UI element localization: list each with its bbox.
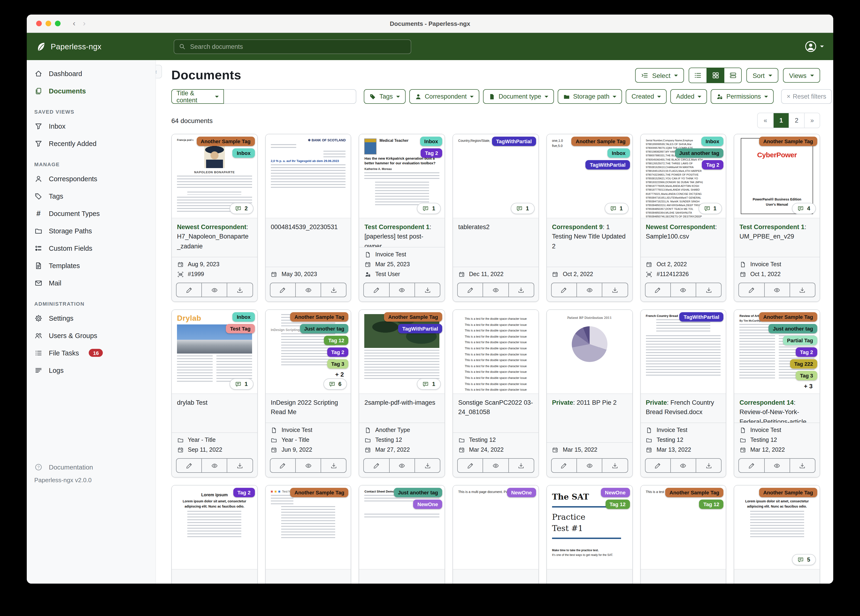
sidebar-item-logs[interactable]: Logs: [27, 361, 155, 379]
document-thumbnail[interactable]: This is a multi page document. Page 1.Ne…: [453, 486, 538, 569]
edit-button[interactable]: [364, 283, 389, 297]
document-title[interactable]: Newest Correspondent: H7_Napoleon_Bonapa…: [172, 218, 257, 257]
document-title[interactable]: Test Correspondent 1: UM_PPBE_en_v29: [734, 218, 820, 257]
edit-button[interactable]: [739, 283, 764, 297]
comment-count-badge[interactable]: 5: [792, 554, 816, 565]
view-button[interactable]: [576, 459, 602, 472]
comment-count-badge[interactable]: 1: [229, 379, 253, 390]
comment-count-badge[interactable]: 1: [698, 203, 722, 214]
document-card[interactable]: Lorem ipsumLorem ipsum dolor sit amet, c…: [171, 485, 257, 584]
document-thumbnail[interactable]: Lorem ipsumLorem ipsum dolor sit amet, c…: [734, 486, 820, 569]
document-card[interactable]: This is a testAnother Sample TagTag 12: [640, 485, 726, 584]
tag-pill[interactable]: Tag 12: [324, 336, 348, 345]
document-thumbnail[interactable]: This is a testAnother Sample TagTag 12: [640, 486, 726, 569]
tag-pill[interactable]: NewOne: [507, 488, 536, 497]
tag-pill[interactable]: Tag 2: [796, 347, 817, 357]
document-title[interactable]: [172, 569, 257, 584]
document-card[interactable]: Test NameAnother Sample Tag: [265, 485, 351, 584]
sidebar-collapse-button[interactable]: «: [156, 65, 162, 79]
filter-permissions-button[interactable]: Permissions: [711, 89, 774, 104]
document-card[interactable]: Review of Arbitral AwardsBy Tim McCarthy…: [734, 310, 820, 478]
tag-pill[interactable]: Tag 3: [327, 359, 348, 369]
download-button[interactable]: [227, 459, 252, 472]
document-title[interactable]: [640, 569, 726, 584]
document-card[interactable]: The SATPracticeTest #1Make time to take …: [546, 485, 632, 584]
edit-button[interactable]: [176, 283, 201, 297]
sidebar-item-settings[interactable]: Settings: [27, 310, 155, 327]
document-thumbnail[interactable]: ✻ BANK OF SCOTLAND2,0 % p. a. auf Ihr Ta…: [265, 134, 351, 218]
detail-view-button[interactable]: [724, 68, 741, 83]
download-button[interactable]: [508, 283, 534, 297]
document-card[interactable]: Lorem ipsumLorem ipsum dolor sit amet, c…: [734, 485, 820, 584]
view-button[interactable]: [389, 459, 414, 472]
comment-count-badge[interactable]: 4: [792, 203, 816, 214]
comment-count-badge[interactable]: 1: [511, 203, 534, 214]
document-title[interactable]: Sonstige ScanPC2022 03-24_081058: [453, 393, 538, 432]
document-title[interactable]: drylab Test: [172, 393, 257, 432]
comment-count-badge[interactable]: 1: [417, 203, 441, 214]
tag-pill[interactable]: TagWithPartial: [679, 312, 723, 322]
edit-button[interactable]: [645, 283, 670, 297]
tag-pill[interactable]: Tag 222: [790, 359, 817, 369]
document-card[interactable]: InDesign Scripting DocumentationAnother …: [265, 310, 351, 478]
document-thumbnail[interactable]: DrylabInboxTest Tag1: [172, 310, 257, 393]
view-button[interactable]: [201, 459, 227, 472]
document-title[interactable]: 0004814539_20230531: [265, 218, 351, 267]
tag-pill[interactable]: Just another tag: [394, 488, 442, 497]
sidebar-item-inbox[interactable]: Inbox: [27, 117, 155, 135]
view-button[interactable]: [764, 459, 789, 472]
tag-pill[interactable]: Another Sample Tag: [290, 312, 348, 322]
tag-pill[interactable]: Tag 2: [421, 148, 442, 158]
tag-pill[interactable]: Tag 2: [702, 160, 723, 170]
tag-pill[interactable]: Partial Tag: [783, 336, 817, 345]
filter-storage-path-button[interactable]: Storage path: [558, 89, 622, 104]
sort-button[interactable]: Sort: [746, 68, 778, 83]
filter-correspondent-button[interactable]: Correspondent: [410, 89, 480, 104]
download-button[interactable]: [321, 283, 346, 297]
filter-tags-button[interactable]: Tags: [364, 89, 406, 104]
tag-pill[interactable]: Another Sample Tag: [384, 312, 442, 322]
field-dropdown[interactable]: Title & content: [171, 89, 224, 104]
sidebar-item-recently-added[interactable]: Recently Added: [27, 135, 155, 152]
document-card[interactable]: This is a multi page document. Page 1.Ne…: [452, 485, 539, 584]
tag-pill[interactable]: Another Sample Tag: [196, 137, 255, 146]
view-button[interactable]: [670, 283, 696, 297]
document-title[interactable]: 2sample-pdf-with-images: [359, 393, 444, 423]
document-thumbnail[interactable]: Francja pod r.NAPOLEON BONAPARTEAnother …: [172, 134, 257, 218]
document-thumbnail[interactable]: Another Sample TagTagWithPartial1: [359, 310, 444, 393]
tag-pill[interactable]: Just another tag: [675, 148, 723, 158]
document-card[interactable]: Francja pod r.NAPOLEON BONAPARTEAnother …: [171, 134, 257, 302]
tag-pill[interactable]: Inbox: [232, 312, 255, 322]
tag-pill[interactable]: NewOne: [413, 500, 442, 509]
sidebar-item-correspondents[interactable]: Correspondents: [27, 170, 155, 187]
document-title[interactable]: Test Correspondent 1: [paperless] test p…: [359, 218, 444, 247]
select-button[interactable]: Select: [636, 68, 684, 83]
tag-pill[interactable]: Another Sample Tag: [759, 137, 817, 146]
tag-pill[interactable]: TagWithPartial: [398, 324, 442, 333]
download-button[interactable]: [508, 459, 534, 472]
document-title[interactable]: Correspondent 9: 1 Testing New Title Upd…: [547, 218, 632, 267]
sidebar-item-documentation[interactable]: ? Documentation: [27, 460, 155, 475]
tag-pill[interactable]: Inbox: [420, 137, 443, 146]
document-card[interactable]: Medical TeacherHas the new Kirkpatrick g…: [359, 134, 445, 302]
tag-pill[interactable]: Tag 2: [233, 488, 255, 497]
document-card[interactable]: DrylabInboxTest Tag1drylab TestYear - Ti…: [171, 310, 257, 478]
document-thumbnail[interactable]: Test NameAnother Sample Tag: [265, 486, 351, 569]
tag-pill[interactable]: Inbox: [701, 137, 723, 146]
document-thumbnail[interactable]: one,1.0 five,5.0Another Sample TagInboxT…: [547, 134, 632, 218]
document-card[interactable]: Patient BP Distribution 2011Private: 201…: [546, 310, 632, 478]
download-button[interactable]: [789, 459, 815, 472]
comment-count-badge[interactable]: 6: [323, 379, 347, 390]
document-thumbnail[interactable]: Medical TeacherHas the new Kirkpatrick g…: [359, 134, 444, 218]
sidebar-item-templates[interactable]: Templates: [27, 257, 155, 274]
document-card[interactable]: Contact Sheet DemoJust another tagNewOne: [359, 485, 445, 584]
document-card[interactable]: Country,Region/State,TagWithPartial1tabl…: [452, 134, 539, 302]
document-title[interactable]: [547, 569, 632, 584]
document-title[interactable]: Newest Correspondent: Sample100.csv: [640, 218, 726, 257]
document-thumbnail[interactable]: Contact Sheet DemoJust another tagNewOne: [359, 486, 444, 569]
tag-pill[interactable]: TagWithPartial: [585, 160, 630, 170]
comment-count-badge[interactable]: 1: [417, 379, 441, 390]
download-button[interactable]: [602, 283, 628, 297]
app-brand[interactable]: Paperless-ngx: [27, 42, 156, 52]
document-thumbnail[interactable]: French Country BreadTagWithPartial: [640, 310, 726, 393]
